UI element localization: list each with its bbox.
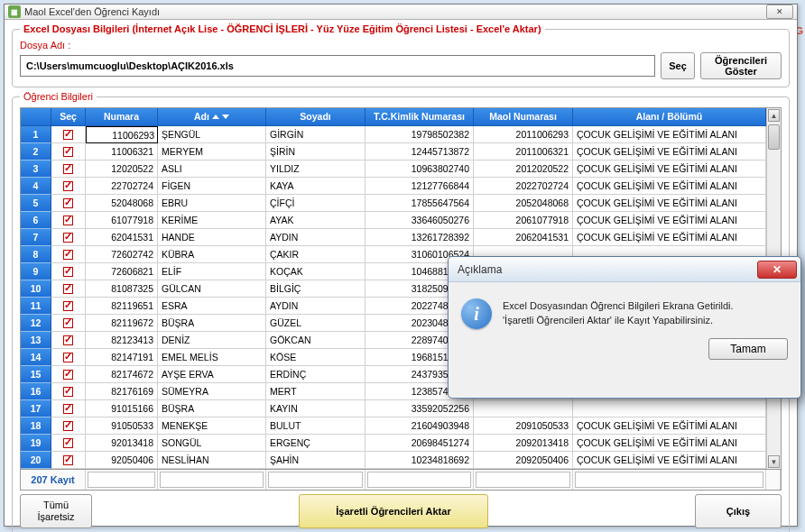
row-checkbox[interactable] xyxy=(51,280,86,298)
column-header[interactable]: Maol Numarası xyxy=(474,108,573,126)
cell-numara[interactable]: 81087325 xyxy=(86,280,158,298)
cell-tc[interactable]: 12127766844 xyxy=(365,178,474,195)
cell-numara[interactable]: 82176169 xyxy=(86,383,158,400)
row-checkbox[interactable] xyxy=(51,178,86,195)
cell-alan[interactable]: ÇOCUK GELİŞİMİ VE EĞİTİMİ ALANI xyxy=(573,161,766,178)
row-checkbox[interactable] xyxy=(51,332,86,349)
filter-tc[interactable] xyxy=(365,470,474,490)
cell-maol[interactable] xyxy=(474,400,573,417)
cell-tc[interactable]: 12445713872 xyxy=(365,143,474,161)
cell-adi[interactable]: FİGEN xyxy=(158,178,266,195)
cell-maol[interactable]: 2012020522 xyxy=(474,161,573,178)
cell-tc[interactable]: 17855647564 xyxy=(365,195,474,212)
cell-numara[interactable]: 92013418 xyxy=(86,435,158,452)
row-index[interactable]: 1 xyxy=(21,126,51,143)
cell-adi[interactable]: BÜŞRA xyxy=(158,315,266,332)
row-index[interactable]: 5 xyxy=(21,195,51,212)
cell-numara[interactable]: 82174672 xyxy=(86,366,158,383)
browse-button[interactable]: Seç xyxy=(661,52,695,79)
row-checkbox[interactable] xyxy=(51,246,86,263)
row-index[interactable]: 4 xyxy=(21,178,51,195)
column-header[interactable]: Adı xyxy=(158,108,266,126)
cell-adi[interactable]: ELİF xyxy=(158,263,266,280)
cell-alan[interactable]: ÇOCUK GELİŞİMİ VE EĞİTİMİ ALANI xyxy=(573,178,766,195)
cell-adi[interactable]: ASLI xyxy=(158,161,266,178)
filter-maol[interactable] xyxy=(474,470,573,490)
cell-soyadi[interactable]: ŞİRİN xyxy=(266,143,365,161)
row-index[interactable]: 6 xyxy=(21,212,51,229)
cell-numara[interactable]: 11006321 xyxy=(86,143,158,161)
column-header[interactable]: Seç xyxy=(51,108,86,126)
row-index[interactable]: 3 xyxy=(21,161,51,178)
file-path-input[interactable] xyxy=(20,55,655,77)
cell-numara[interactable]: 82147191 xyxy=(86,349,158,366)
row-checkbox[interactable] xyxy=(51,315,86,332)
row-checkbox[interactable] xyxy=(51,298,86,315)
cell-adi[interactable]: MENEKŞE xyxy=(158,417,266,435)
cell-adi[interactable]: KÜBRA xyxy=(158,246,266,263)
dialog-close-button[interactable]: ✕ xyxy=(757,261,797,279)
cell-soyadi[interactable]: AYDIN xyxy=(266,298,365,315)
cell-tc[interactable]: 20698451274 xyxy=(365,435,474,452)
cell-numara[interactable]: 82123413 xyxy=(86,332,158,349)
cell-alan[interactable]: ÇOCUK GELİŞİMİ VE EĞİTİMİ ALANI xyxy=(573,143,766,161)
cell-soyadi[interactable]: ÇAKIR xyxy=(266,246,365,263)
cell-maol[interactable]: 2022702724 xyxy=(474,178,573,195)
row-index[interactable]: 16 xyxy=(21,383,51,400)
column-header[interactable]: T.C.Kimlik Numarası xyxy=(365,108,474,126)
row-index[interactable]: 15 xyxy=(21,366,51,383)
row-index[interactable]: 20 xyxy=(21,452,51,469)
cell-adi[interactable]: EBRU xyxy=(158,195,266,212)
row-index[interactable]: 2 xyxy=(21,143,51,161)
cell-maol[interactable]: 2052048068 xyxy=(474,195,573,212)
row-index[interactable]: 9 xyxy=(21,263,51,280)
cell-soyadi[interactable]: KAYIN xyxy=(266,400,365,417)
cell-adi[interactable]: BÜŞRA xyxy=(158,400,266,417)
cell-numara[interactable]: 92050406 xyxy=(86,452,158,469)
cell-maol[interactable]: 2011006293 xyxy=(474,126,573,143)
row-checkbox[interactable] xyxy=(51,263,86,280)
cell-maol[interactable]: 2091050533 xyxy=(474,417,573,435)
cell-tc[interactable]: 33592052256 xyxy=(365,400,474,417)
cell-adi[interactable]: ESRA xyxy=(158,298,266,315)
cell-tc[interactable]: 33646050276 xyxy=(365,212,474,229)
row-index[interactable]: 19 xyxy=(21,435,51,452)
row-checkbox[interactable] xyxy=(51,435,86,452)
filter-soyadi[interactable] xyxy=(266,470,365,490)
cell-soyadi[interactable]: BİLGİÇ xyxy=(266,280,365,298)
cell-numara[interactable]: 82119672 xyxy=(86,315,158,332)
filter-numara[interactable] xyxy=(86,470,158,490)
cell-numara[interactable]: 22702724 xyxy=(86,178,158,195)
exit-button[interactable]: Çıkış xyxy=(695,494,782,528)
row-index[interactable]: 12 xyxy=(21,315,51,332)
row-checkbox[interactable] xyxy=(51,400,86,417)
cell-numara[interactable]: 52048068 xyxy=(86,195,158,212)
cell-adi[interactable]: NESLİHAN xyxy=(158,452,266,469)
cell-numara[interactable]: 12020522 xyxy=(86,161,158,178)
row-checkbox[interactable] xyxy=(51,366,86,383)
cell-numara[interactable]: 72606821 xyxy=(86,263,158,280)
row-checkbox[interactable] xyxy=(51,143,86,161)
cell-adi[interactable]: ŞENGÜL xyxy=(158,126,266,143)
cell-numara[interactable]: 62041531 xyxy=(86,229,158,246)
row-index[interactable]: 18 xyxy=(21,417,51,435)
cell-alan[interactable]: ÇOCUK GELİŞİMİ VE EĞİTİMİ ALANI xyxy=(573,126,766,143)
column-header[interactable]: Soyadı xyxy=(266,108,365,126)
row-index[interactable]: 11 xyxy=(21,298,51,315)
window-close-button[interactable]: ✕ xyxy=(766,5,793,19)
cell-maol[interactable]: 2092050406 xyxy=(474,452,573,469)
cell-soyadi[interactable]: MERT xyxy=(266,383,365,400)
cell-tc[interactable]: 13261728392 xyxy=(365,229,474,246)
cell-adi[interactable]: HANDE xyxy=(158,229,266,246)
cell-tc[interactable]: 10234818692 xyxy=(365,452,474,469)
cell-soyadi[interactable]: ERDİNÇ xyxy=(266,366,365,383)
cell-adi[interactable]: GÜLCAN xyxy=(158,280,266,298)
cell-maol[interactable]: 2062041531 xyxy=(474,229,573,246)
show-students-button[interactable]: Öğrencileri Göster xyxy=(700,52,782,79)
row-checkbox[interactable] xyxy=(51,126,86,143)
cell-adi[interactable]: SÜMEYRA xyxy=(158,383,266,400)
cell-alan[interactable]: ÇOCUK GELİŞİMİ VE EĞİTİMİ ALANI xyxy=(573,195,766,212)
cell-alan[interactable] xyxy=(573,400,766,417)
cell-alan[interactable]: ÇOCUK GELİŞİMİ VE EĞİTİMİ ALANI xyxy=(573,435,766,452)
row-index[interactable]: 14 xyxy=(21,349,51,366)
